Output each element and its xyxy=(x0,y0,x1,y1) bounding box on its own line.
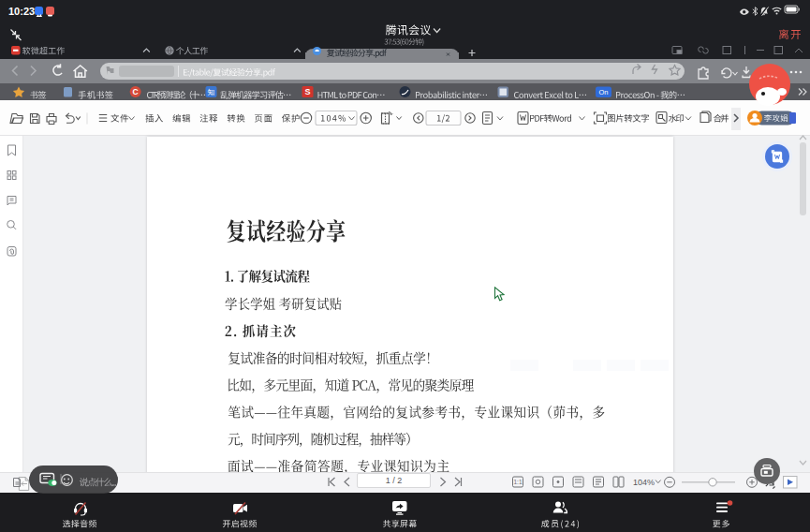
svg-text:1:1: 1:1 xyxy=(513,479,522,485)
